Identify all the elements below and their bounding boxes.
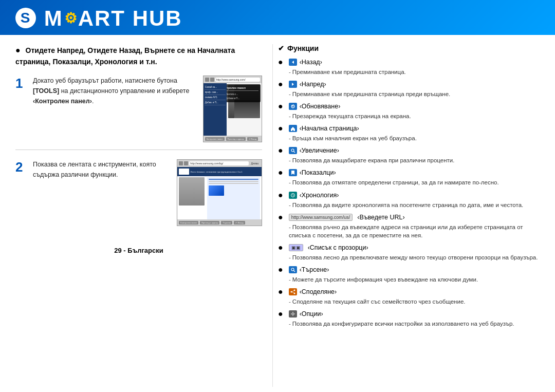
step-2-text: Показва се лентата с инструменти, която …: [33, 159, 172, 219]
content-line-2: [209, 181, 258, 182]
func-zoom-icon: [289, 147, 297, 154]
func-windows-header: ● ▣▣ ‹Списък с прозорци›: [278, 243, 540, 252]
browser-url-bar-2: http://www.samsung.com/bg/: [189, 161, 248, 165]
svg-point-5: [293, 293, 295, 294]
footer: 29 - Български: [15, 242, 262, 257]
pregled-btn-2: Преглед с курсор: [200, 221, 219, 225]
step-2-row: 2 Показва се лентата с инструменти, коят…: [15, 159, 262, 233]
svg-point-4: [290, 291, 292, 293]
func-zoom: ● ‹Увеличение› -Позволява да мащабирате …: [278, 146, 540, 164]
step-1-text: Докато уеб браузърът работи, натиснете б…: [33, 76, 198, 135]
window-list-icon: ▣▣: [289, 244, 303, 251]
main-content: ● Отидете Напред, Отидете Назад, Върнете…: [0, 35, 555, 392]
func-home-icon: [289, 125, 297, 132]
browser-content-2: Лесно безмасл. отпечатвне при функционал…: [177, 167, 262, 226]
func-napred-label: ‹Напред›: [300, 81, 326, 88]
func-nazad-label: ‹Назад›: [300, 59, 322, 66]
func-share-desc: -Споделяне на текущия сайт със семейство…: [289, 297, 540, 306]
browser-bottom-1: Контролен панел Преглед с курсор ✔ Изход: [203, 136, 262, 142]
overlay-item-2: Добави в П...: [227, 96, 258, 100]
func-url-label: ‹Въведете URL›: [357, 214, 405, 221]
func-search-icon: [289, 266, 297, 273]
browser-fwd-btn: [210, 78, 214, 82]
func-zoom-header: ● ‹Увеличение›: [278, 146, 540, 155]
func-home-desc: -Връща към началния екран на уеб браузър…: [289, 134, 540, 142]
func-search: ● ‹Търсене› -Можете да търсите информаци…: [278, 265, 540, 284]
browser-nav-1: Самай ка... проф. сам... снимка N71 Доба…: [203, 83, 227, 142]
func-refresh-desc: -Презарежда текущата страница на екрана.: [289, 112, 540, 120]
func-url-desc: -Позволява ръчно да въвеждате адреси на …: [289, 223, 540, 239]
func-share: ● ‹Споделяне› -Споделяне на текущия сайт…: [278, 287, 540, 306]
func-search-label: ‹Търсене›: [300, 266, 329, 273]
func-zoom-label: ‹Увеличение›: [300, 147, 339, 154]
step-1: 1 Докато уеб браузърът работи, натиснете…: [15, 76, 198, 135]
right-column: ✔ Функции ● ‹Назад› -Преминаване към пре…: [272, 44, 540, 387]
func-napred-desc: -Преминаване към предишната страница пре…: [289, 90, 540, 98]
func-bookmarks: ● ‹Показалци› -Позволява да отмятате опр…: [278, 168, 540, 186]
func-windows-desc: -Позволява лесно да превключвате между м…: [289, 253, 540, 262]
overlay-item-1: Лентата с...: [227, 92, 258, 96]
pregled-btn: Преглед с курсор: [226, 137, 246, 141]
ctrl-panel-btn: Контролен панел: [205, 137, 225, 141]
step-2-number: 2: [15, 159, 27, 219]
func-options-icon: [289, 310, 297, 318]
func-share-icon: [289, 288, 297, 295]
browser-url-bar-1: http://www.samsung.com/: [215, 78, 260, 82]
logo: S M⚙ART HUB: [15, 5, 182, 31]
page-nav-2: Лесно безмасл. отпечатвне при функционал…: [190, 171, 242, 173]
svg-point-2: [291, 268, 294, 271]
func-napred: ● ‹Напред› -Преминаване към предишната с…: [278, 80, 540, 98]
svg-point-3: [293, 290, 295, 291]
func-home-header: ● ‹Начална страница›: [278, 124, 540, 133]
func-napred-icon: [289, 81, 297, 88]
func-url: ● http://www.samsung.com/us/ ‹Въведете U…: [278, 213, 540, 239]
ctrl-panel-btn-2: Контролен панел: [179, 221, 198, 225]
func-windows: ● ▣▣ ‹Списък с прозорци› -Позволява лесн…: [278, 243, 540, 262]
func-history-desc: -Позволява да видите хронологията на пос…: [289, 201, 540, 209]
func-options-desc: -Позволява да конфигурирате всички настр…: [289, 320, 540, 328]
browser-page-2: Лесно безмасл. отпечатвне при функционал…: [177, 167, 262, 226]
func-home: ● ‹Начална страница› -Връща към началния…: [278, 124, 540, 142]
func-nazad: ● ‹Назад› -Преминаване към предишната ст…: [278, 58, 540, 76]
nav-item-2: проф. сам...: [205, 90, 226, 95]
page-header-2: Лесно безмасл. отпечатвне при функционал…: [177, 167, 262, 176]
func-history-label: ‹Хронология›: [300, 192, 339, 199]
nav-item-1: Самай ка...: [205, 85, 226, 90]
step-2: 2 Показва се лентата с инструменти, коят…: [15, 159, 172, 219]
func-bookmarks-icon: [289, 169, 297, 176]
func-search-header: ● ‹Търсене›: [278, 265, 540, 274]
bullet-dot: ●: [15, 46, 21, 54]
func-history-header: ● ‹Хронология›: [278, 191, 540, 200]
func-bookmarks-desc: -Позволява да отмятате определени страни…: [289, 178, 540, 186]
func-bookmarks-header: ● ‹Показалци›: [278, 168, 540, 177]
browser-screenshot-1: http://www.samsung.com/ Самай ка... проф…: [203, 76, 262, 142]
browser-main-1: Контролен панел Лентата с... Добави в П.…: [227, 83, 262, 142]
left-column: ● Отидете Напред, Отидете Назад, Върнете…: [15, 44, 262, 387]
intro-text: ● Отидете Напред, Отидете Назад, Върнете…: [15, 44, 262, 67]
control-panel-overlay: Контролен панел Лентата с... Добави в П.…: [227, 84, 261, 102]
func-options-header: ● ‹Опции›: [278, 309, 540, 319]
func-url-header: ● http://www.samsung.com/us/ ‹Въведете U…: [278, 213, 540, 222]
logo-gear-icon: ⚙: [64, 10, 78, 27]
func-zoom-desc: -Позволява да мащабирате екрана при разл…: [289, 156, 540, 164]
search-btn-2: Търсене: [221, 221, 232, 225]
nav-item-4: Добав. в П...: [205, 100, 226, 105]
func-refresh-icon: [289, 103, 297, 110]
vancc-btn-2: ✔ Изход: [234, 221, 245, 225]
nav-item-3: снимка N71: [205, 95, 226, 100]
control-panel-label: ‹Контролен панел›: [33, 98, 92, 105]
browser-fwd-btn-2: [184, 161, 188, 165]
svg-point-6: [292, 313, 294, 315]
check-icon: ✔: [278, 44, 284, 52]
url-address-icon: http://www.samsung.com/us/: [289, 214, 353, 221]
functions-title: ✔ Функции: [278, 44, 540, 52]
svg-point-0: [291, 149, 294, 152]
header: S M⚙ART HUB: [0, 0, 555, 35]
browser-screenshot-2: http://www.samsung.com/bg/ Дялва Лесно б…: [177, 159, 262, 226]
vancc-btn: ✔ Изход: [247, 137, 258, 141]
browser-back-btn-2: [179, 161, 183, 165]
browser-toolbar-2: http://www.samsung.com/bg/ Дялва: [177, 160, 262, 167]
step-1-row: 1 Докато уеб браузърът работи, натиснете…: [15, 76, 262, 150]
intro-description: Отидете Напред, Отидете Назад, Върнете с…: [15, 46, 235, 66]
func-nazad-icon: [289, 59, 297, 66]
